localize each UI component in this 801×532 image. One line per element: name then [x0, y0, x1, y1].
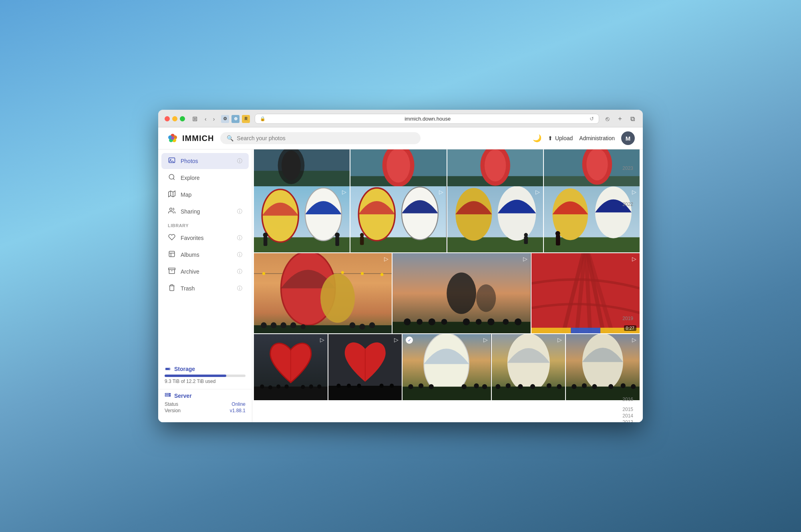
svg-rect-45: [264, 236, 268, 246]
svg-rect-67: [556, 235, 560, 245]
svg-rect-133: [403, 387, 491, 400]
reload-icon[interactable]: ↺: [590, 116, 594, 122]
sidebar-item-trash[interactable]: Trash ⓘ: [161, 280, 249, 296]
trash-info-icon[interactable]: ⓘ: [237, 285, 242, 292]
header-actions: 🌙 ⬆ Upload Administration M: [533, 131, 635, 145]
url-bar[interactable]: 🔒 immich.down.house ↺: [255, 114, 599, 124]
sidebar-item-explore[interactable]: Explore: [161, 170, 249, 186]
photo-cell[interactable]: ▷: [350, 186, 446, 252]
share-icon[interactable]: ⎋: [604, 115, 611, 123]
svg-point-152: [572, 384, 577, 389]
svg-point-17: [169, 369, 170, 369]
user-avatar[interactable]: M: [621, 131, 635, 145]
app-logo[interactable]: IMMICH: [166, 132, 214, 145]
photo-area[interactable]: 2023: [252, 149, 643, 422]
svg-point-21: [169, 395, 170, 396]
ext-icon-r[interactable]: R: [242, 115, 250, 123]
year-2023: 2023: [622, 165, 633, 171]
map-label: Map: [181, 191, 191, 198]
sidebar-toggle-button[interactable]: ⊞: [190, 114, 200, 123]
ext-icon-2[interactable]: ⊕: [231, 115, 239, 123]
storage-header: Storage: [165, 366, 246, 372]
photo-cell[interactable]: ▷: [254, 334, 328, 400]
main-layout: Photos ⓘ Explore Map: [158, 149, 643, 422]
svg-rect-110: [571, 328, 600, 333]
svg-rect-55: [360, 236, 364, 245]
browser-window: ⊞ ‹ › ⚙ ⊕ R 🔒 immich.down.house ↺ ⎋ ＋ ⧉: [158, 110, 643, 422]
svg-point-128: [379, 384, 383, 388]
photo-cell[interactable]: ▷: [392, 253, 530, 333]
svg-point-125: [336, 384, 340, 388]
svg-point-102: [515, 318, 521, 325]
svg-point-77: [380, 273, 383, 276]
year-2014: 2014: [622, 413, 633, 419]
favorites-icon: [168, 234, 176, 242]
svg-point-91: [447, 272, 476, 314]
photo-cell[interactable]: ▷: [566, 334, 640, 400]
minimize-button[interactable]: [172, 116, 177, 121]
tabs-icon[interactable]: ⧉: [629, 115, 636, 123]
photo-cell[interactable]: ▷: [492, 334, 566, 400]
video-indicator: ▷: [557, 337, 562, 343]
svg-point-94: [404, 318, 411, 325]
svg-point-82: [261, 322, 267, 328]
explore-label: Explore: [181, 175, 199, 181]
svg-point-157: [631, 384, 636, 389]
albums-info-icon[interactable]: ⓘ: [237, 251, 242, 258]
search-bar[interactable]: 🔍: [220, 132, 421, 144]
sidebar-item-map[interactable]: Map: [161, 187, 249, 203]
upload-button[interactable]: ⬆ Upload: [548, 135, 573, 141]
browser-controls: ⊞ ‹ ›: [190, 114, 216, 123]
svg-point-34: [484, 149, 505, 181]
svg-point-135: [419, 383, 423, 388]
photo-grid: 2023: [252, 149, 643, 400]
sidebar-item-sharing[interactable]: Sharing ⓘ: [161, 204, 249, 220]
svg-point-147: [546, 383, 551, 388]
close-button[interactable]: [165, 116, 170, 121]
administration-button[interactable]: Administration: [579, 135, 615, 141]
year-2013: 2013: [622, 419, 633, 422]
svg-rect-124: [328, 386, 402, 400]
server-version-label: Version: [165, 408, 181, 413]
archive-info-icon[interactable]: ⓘ: [237, 268, 242, 275]
video-indicator: ▷: [483, 337, 488, 343]
forward-button[interactable]: ›: [211, 115, 217, 123]
sidebar-item-archive[interactable]: Archive ⓘ: [161, 264, 249, 280]
svg-point-150: [582, 334, 623, 391]
maximize-button[interactable]: [180, 116, 185, 121]
sharing-info-icon[interactable]: ⓘ: [237, 208, 242, 215]
back-button[interactable]: ‹: [203, 115, 208, 123]
photos-info-icon[interactable]: ⓘ: [237, 157, 242, 165]
server-status-value: Online: [231, 401, 246, 407]
photo-cell[interactable]: ▷: [447, 186, 543, 252]
svg-point-144: [505, 383, 510, 388]
theme-toggle-button[interactable]: 🌙: [533, 134, 541, 143]
svg-point-13: [170, 208, 172, 210]
photo-cell[interactable]: ▷: [254, 253, 392, 333]
ext-icon-1[interactable]: ⚙: [221, 115, 229, 123]
url-text: immich.down.house: [268, 116, 587, 122]
photo-cell[interactable]: ▷ 0:27: [531, 253, 640, 333]
photo-cell[interactable]: ▷: [254, 186, 350, 252]
year-2015: 2015: [622, 407, 633, 412]
archive-label: Archive: [181, 268, 199, 275]
new-tab-icon[interactable]: ＋: [615, 114, 625, 124]
svg-rect-40: [254, 237, 350, 252]
photo-cell[interactable]: ▷ ✓: [403, 334, 491, 400]
svg-point-96: [429, 318, 435, 325]
svg-point-59: [455, 188, 492, 241]
sidebar-item-favorites[interactable]: Favorites ⓘ: [161, 230, 249, 246]
favorites-info-icon[interactable]: ⓘ: [237, 234, 242, 242]
sidebar-item-photos[interactable]: Photos ⓘ: [161, 153, 249, 169]
svg-point-87: [350, 322, 356, 328]
sidebar-item-albums[interactable]: Albums ⓘ: [161, 247, 249, 263]
svg-point-129: [390, 384, 394, 388]
svg-point-97: [441, 319, 447, 325]
photo-cell[interactable]: ▷: [328, 334, 402, 400]
search-input[interactable]: [237, 135, 414, 141]
photo-cell[interactable]: ▷: [544, 186, 640, 252]
svg-rect-93: [392, 322, 530, 333]
traffic-lights: [165, 116, 185, 121]
svg-point-20: [169, 394, 170, 394]
photo-row-top: [254, 149, 640, 185]
